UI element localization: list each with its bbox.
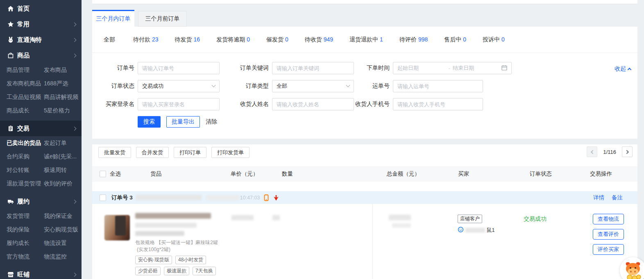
buyer-login-input[interactable] (138, 98, 220, 110)
clear-button[interactable]: 清除 (206, 118, 217, 126)
package-spec-line1: 包装规格 【买一罐送一罐】麻辣味2罐 (135, 239, 218, 246)
filter-pending-receipt[interactable]: 待收货949 (305, 36, 333, 43)
order-search-form: 订单号 订单关键词 下单时间 起始日期 - 结束日期 订单状态 交易成功 (92, 53, 637, 128)
sidebar-subitem-sold-goods-active[interactable]: 已卖出的货品 (7, 140, 44, 147)
redacted-product-subtitle (135, 223, 197, 228)
filter-all[interactable]: 全部 (104, 36, 117, 43)
pagination: 1/116 (587, 146, 633, 157)
column-order-status: 订单状态 (530, 166, 552, 182)
sidebar-subitem[interactable]: 发货管理 (7, 213, 44, 220)
sidebar-subitem[interactable]: 商品成长 (7, 107, 44, 114)
column-buyer: 买家 (458, 166, 469, 182)
collapse-search-link[interactable]: 收起 (615, 65, 631, 73)
filter-pending-shipment[interactable]: 待发货16 (175, 36, 200, 43)
bag-icon (7, 52, 14, 59)
merge-ship-button[interactable]: 合并发货 (136, 147, 169, 158)
column-select-all: 全选 (110, 166, 121, 182)
view-review-button[interactable]: 查看评价 (593, 229, 624, 240)
sidebar-subitem[interactable]: 商品讲解视频 (44, 94, 78, 101)
order-detail-link[interactable]: 详情 (593, 194, 604, 201)
sidebar-subitem[interactable]: 5星价格力 (44, 107, 70, 114)
sidebar-subitem[interactable]: 履约成长 (7, 240, 44, 247)
order-checkbox[interactable] (100, 194, 106, 201)
filter-urge-shipment[interactable]: 催发货0 (266, 36, 288, 43)
filter-refund-return[interactable]: 退货退款中1 (349, 36, 383, 43)
field-label: 运单号 (354, 82, 393, 90)
sidebar-subitem[interactable]: 我的保险 (7, 226, 44, 233)
sidebar-item-goods[interactable]: 商品 (0, 48, 82, 63)
buyer-contact[interactable]: 鼠1 (458, 226, 494, 234)
sidebar-subitem[interactable]: 极速周转 (44, 167, 67, 174)
sidebar-item-home[interactable]: 首页 (0, 1, 82, 16)
chevron-down-icon (212, 83, 216, 87)
sidebar-subitem[interactable]: 对公转账 (7, 167, 44, 174)
batch-ship-button[interactable]: 批量发货 (98, 147, 131, 158)
tracking-no-input[interactable] (393, 80, 483, 92)
sidebar-item-fulfillment[interactable]: 履约 (0, 194, 82, 209)
prev-page-button[interactable] (587, 146, 597, 157)
service-tags-row2: 少货必赔 极速退款 7天包换 (135, 267, 216, 275)
select-all-checkbox[interactable] (100, 171, 106, 177)
sidebar-item-favorites[interactable]: 常用 (0, 16, 82, 32)
search-button[interactable]: 搜索 (138, 116, 161, 128)
order-type-select[interactable]: 全部 (272, 80, 354, 92)
order-status-select[interactable]: 交易成功 (138, 80, 220, 92)
selected-value: 交易成功 (142, 82, 212, 90)
chevron-right-icon (73, 38, 77, 42)
sidebar-subrow: 退款退货管理 收到的评价 (0, 177, 82, 190)
sidebar-subrow: 对公转账 极速周转 (0, 163, 82, 177)
filter-pending-payment[interactable]: 待付款23 (133, 36, 159, 43)
order-date-range-picker[interactable]: 起始日期 - 结束日期 (393, 62, 512, 74)
sidebar-item-taote[interactable]: 直通淘特 (0, 32, 82, 48)
tab-orders-within-3-months[interactable]: 三个月内订单 (92, 10, 134, 27)
sidebar-item-trade[interactable]: 交易 (0, 121, 82, 136)
redacted-quantity (272, 215, 280, 220)
sidebar-item-shop[interactable]: 旺铺 (0, 267, 82, 279)
filter-after-sale[interactable]: 售后中0 (444, 36, 466, 43)
tag-shortage-compensation: 少货必赔 (135, 267, 161, 275)
order-remark-link[interactable]: 备注 (612, 194, 623, 201)
sidebar-subitem[interactable]: 收到的评价 (44, 180, 73, 188)
sidebar-subitem[interactable]: 发布商机商品 (7, 80, 44, 87)
print-order-button[interactable]: 打印订单 (174, 147, 206, 158)
chevron-right-icon (625, 150, 629, 154)
sidebar-subitem[interactable]: 我的保证金 (44, 213, 73, 220)
batch-export-button[interactable]: 批量导出 (166, 116, 200, 128)
package-spec-line2: (实发100g*2罐) (137, 246, 170, 253)
product-image[interactable] (104, 215, 130, 241)
page-indicator: 1/116 (603, 149, 616, 155)
sidebar-subitem[interactable]: 诚e赊(先采... (44, 153, 77, 160)
print-shipping-list-button[interactable]: 打印发货单 (211, 147, 249, 158)
column-total-amount: 总金额（元） (387, 166, 420, 182)
sidebar-subitem[interactable]: 物流设置 (44, 240, 67, 247)
sidebar-subitem[interactable]: 退款退货管理 (7, 180, 44, 188)
order-keyword-input[interactable] (272, 62, 354, 74)
redacted-order-number (136, 195, 202, 200)
sidebar-subitem[interactable]: 发起订单 (44, 140, 67, 147)
next-page-button[interactable] (622, 146, 633, 157)
sidebar-subitem[interactable]: 官方物流 (7, 253, 44, 261)
sidebar-subitem[interactable]: 工业品短视频 (7, 94, 44, 101)
sidebar-subitem[interactable]: 物流监控 (44, 253, 67, 261)
view-logistics-button[interactable]: 查看物流 (593, 214, 624, 224)
filter-shipment-overdue[interactable]: 发货将逾期0 (216, 36, 250, 43)
tab-label: 三个月内订单 (96, 15, 131, 23)
redacted-total-amount (389, 215, 411, 220)
sidebar-subitem[interactable]: 1688严选 (44, 80, 68, 87)
column-trade-actions: 交易操作 (590, 166, 612, 182)
sidebar-subitem[interactable]: 合约采购 (7, 153, 44, 160)
customer-service-mascot[interactable] (620, 257, 644, 279)
order-no-input[interactable] (138, 62, 220, 74)
sidebar-subitem[interactable]: 商品管理 (7, 66, 44, 74)
receiver-phone-input[interactable] (393, 98, 483, 110)
receiver-name-input[interactable] (272, 98, 354, 110)
filter-pending-review[interactable]: 待评价998 (399, 36, 428, 43)
sidebar-item-label: 商品 (17, 52, 73, 59)
rate-buyer-button[interactable]: 评价买家 (593, 244, 624, 255)
wangwang-icon[interactable] (273, 194, 279, 201)
star-icon (7, 21, 14, 28)
filter-complaint[interactable]: 投诉中0 (483, 36, 505, 43)
sidebar-subitem[interactable]: 安心购现货版 (44, 226, 78, 233)
sidebar-subitem[interactable]: 发布商品 (44, 66, 67, 74)
tab-orders-before-3-months[interactable]: 三个月前订单 (138, 11, 187, 27)
